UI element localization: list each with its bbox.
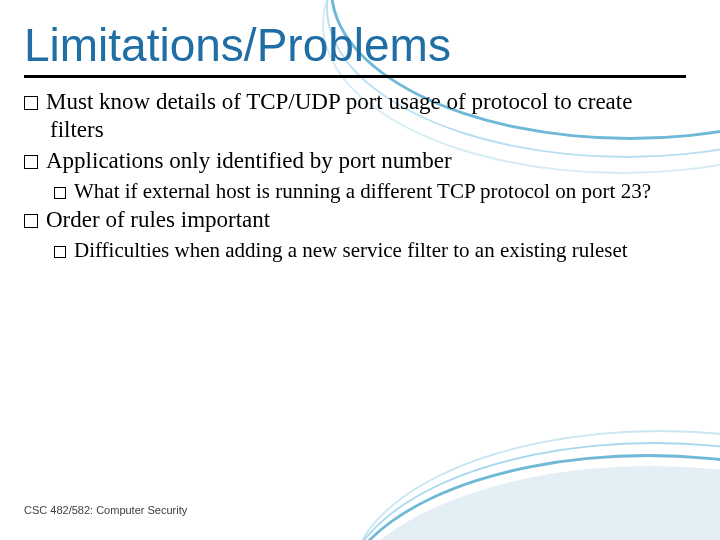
bullet-text: Order of rules important <box>46 207 270 232</box>
sub-bullet-item: What if external host is running a diffe… <box>54 178 686 204</box>
bullet-text: Applications only identified by port num… <box>46 148 452 173</box>
square-bullet-icon <box>54 187 66 199</box>
slide-body: Must know details of TCP/UDP port usage … <box>24 88 686 264</box>
square-bullet-icon <box>24 214 38 228</box>
slide: Limitations/Problems Must know details o… <box>0 0 720 540</box>
bullet-text: Difficulties when adding a new service f… <box>74 238 628 262</box>
bullet-item: Must know details of TCP/UDP port usage … <box>24 88 686 146</box>
bullet-text: Must know details of TCP/UDP port usage … <box>46 89 632 143</box>
square-bullet-icon <box>24 155 38 169</box>
title-underline <box>24 75 686 78</box>
bullet-item: Order of rules important <box>24 206 686 235</box>
bullet-text: What if external host is running a diffe… <box>74 179 651 203</box>
slide-footer: CSC 482/582: Computer Security <box>24 504 187 516</box>
sub-bullet-item: Difficulties when adding a new service f… <box>54 237 686 263</box>
square-bullet-icon <box>24 96 38 110</box>
bullet-item: Applications only identified by port num… <box>24 147 686 176</box>
slide-title: Limitations/Problems <box>24 20 686 71</box>
square-bullet-icon <box>54 246 66 258</box>
